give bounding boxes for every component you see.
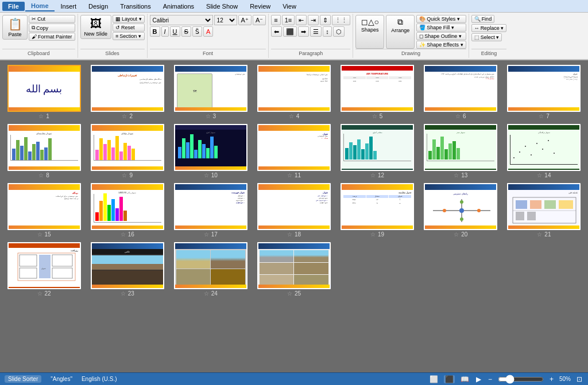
slide-thumb-15[interactable]: دیدگاه متن توضیحی برای این اسلاید در چند… xyxy=(7,183,81,230)
slide-thumb-20[interactable]: راه‌های دسترسی xyxy=(424,183,497,230)
list-item[interactable]: ☆ 24 xyxy=(171,242,250,297)
file-tab[interactable]: File xyxy=(2,2,25,11)
star-icon-4[interactable]: ☆ xyxy=(289,113,294,119)
star-icon-6[interactable]: ☆ xyxy=(455,113,461,119)
select-button[interactable]: ⬚ Select ▾ xyxy=(471,33,502,41)
star-icon-10[interactable]: ☆ xyxy=(204,172,209,178)
slide-thumb-11[interactable]: عنوان متن توضیحی تعداد: ۱۰ xyxy=(257,124,331,171)
star-icon-16[interactable]: ☆ xyxy=(121,231,126,238)
align-center-button[interactable]: ⬛ xyxy=(283,26,297,37)
list-item[interactable]: نمودار پراکندگی xyxy=(505,124,583,178)
star-icon-12[interactable]: ☆ xyxy=(370,172,376,178)
list-item[interactable]: عنوان فهرست • مورد اول • مورد دوم • مورد… xyxy=(171,183,250,238)
list-item[interactable]: عنوان متن توضیحی بسیار مفصل که شامل اطلا… xyxy=(505,65,583,119)
slide-thumb-1[interactable]: بسم الله xyxy=(7,65,81,112)
reading-view-button[interactable]: 📖 xyxy=(459,375,470,383)
section-button[interactable]: ≡ Section ▾ xyxy=(113,32,145,40)
star-icon-23[interactable]: ☆ xyxy=(121,290,126,297)
slide-thumb-7[interactable]: عنوان متن توضیحی بسیار مفصل که شامل اطلا… xyxy=(507,65,581,112)
decrease-font-button[interactable]: A⁻ xyxy=(253,15,266,25)
zoom-out-button[interactable]: − xyxy=(487,375,493,383)
find-button[interactable]: 🔍 Find xyxy=(471,15,495,23)
shapes-button[interactable]: ◻△○ Shapes xyxy=(355,15,384,49)
underline-button[interactable]: U xyxy=(170,26,180,37)
star-icon-8[interactable]: ☆ xyxy=(38,172,44,178)
list-item[interactable]: مقادیر آماری xyxy=(338,124,417,178)
star-icon-21[interactable]: ☆ xyxy=(537,231,542,238)
list-item[interactable]: نمودار مقایسه‌ای xyxy=(5,124,83,178)
star-icon-22[interactable]: ☆ xyxy=(37,290,42,297)
tab-animations[interactable]: Animations xyxy=(157,2,200,11)
star-icon-24[interactable]: ☆ xyxy=(204,290,209,297)
tab-review[interactable]: Review xyxy=(244,2,276,11)
font-size-select[interactable]: 121418 xyxy=(214,15,237,25)
slide-thumb-2[interactable]: تغییرات ارتباطی دیدگاه‌های مختلف کارشناس… xyxy=(91,65,164,112)
list-item[interactable]: متن مفصل در این اسلاید قرار دارد که شامل… xyxy=(421,65,500,119)
slide-thumb-5[interactable]: AIR TEMPERATURE Col1 Col2 Col3 Data Data… xyxy=(341,65,414,112)
slide-thumb-16[interactable]: نمودار رنگی LANDUSE xyxy=(91,183,164,230)
shape-outline-button[interactable]: ◻ Shape Outline ▾ xyxy=(416,32,466,40)
normal-view-button[interactable]: ⬜ xyxy=(428,375,439,383)
slide-sorter-tab[interactable]: Slide Sorter xyxy=(5,375,41,383)
align-left-button[interactable]: ⬅ xyxy=(271,26,282,37)
slideshow-view-button[interactable]: ▶ xyxy=(475,375,482,383)
slide-thumb-23[interactable]: عکس xyxy=(91,242,164,289)
shape-fill-button[interactable]: 🪣 Shape Fill ▾ xyxy=(416,24,466,32)
list-item[interactable]: نقشه فنی xyxy=(505,183,583,238)
italic-button[interactable]: I xyxy=(161,26,169,37)
new-slide-button[interactable]: 🖼 New Slide xyxy=(80,15,112,39)
reset-button[interactable]: ↺ Reset xyxy=(113,24,145,32)
tab-transitions[interactable]: Transitions xyxy=(114,2,156,11)
slide-sorter-view-button[interactable]: ⬛ xyxy=(444,375,455,383)
cut-button[interactable]: ✂ Cut xyxy=(29,15,75,23)
quick-styles-button[interactable]: 🎨 Quick Styles ▾ xyxy=(416,15,466,23)
line-spacing-button[interactable]: ↕ xyxy=(323,26,332,37)
star-icon-14[interactable]: ☆ xyxy=(537,172,542,178)
text-direction-button[interactable]: ⇕ xyxy=(320,15,331,25)
list-item[interactable]: دیدگاه متن توضیحی برای این اسلاید در چند… xyxy=(5,183,83,238)
slide-thumb-3[interactable]: 🗺 متن توضیحی xyxy=(174,65,247,112)
decrease-indent-button[interactable]: ⇤ xyxy=(296,15,307,25)
angles-tab[interactable]: "Angles" xyxy=(51,376,72,382)
slide-thumb-18[interactable]: عنوان • مورد اول متن مورد دوم متن • مورد… xyxy=(257,183,331,230)
bold-button[interactable]: B xyxy=(150,26,160,37)
star-icon-18[interactable]: ☆ xyxy=(287,231,292,238)
slide-thumb-17[interactable]: عنوان فهرست • مورد اول • مورد دوم • مورد… xyxy=(174,183,247,230)
slide-thumb-9[interactable]: نمودار میله‌ای xyxy=(91,124,164,171)
slide-thumb-24[interactable] xyxy=(174,242,247,289)
slide-thumb-10[interactable]: نمودار آماری xyxy=(174,124,247,171)
star-icon-17[interactable]: ☆ xyxy=(204,231,209,238)
numbering-button[interactable]: 1≡ xyxy=(282,15,295,25)
justify-button[interactable]: ☰ xyxy=(310,26,322,37)
slide-thumb-4[interactable]: متن اصلی توضیحات در اینجا خط دوم خط سوم xyxy=(257,65,331,112)
star-icon-13[interactable]: ☆ xyxy=(454,172,459,178)
star-icon-15[interactable]: ☆ xyxy=(37,231,42,238)
list-item[interactable]: نمودار میله‌ای xyxy=(88,124,167,178)
star-icon-20[interactable]: ☆ xyxy=(454,231,459,238)
zoom-in-button[interactable]: + xyxy=(548,375,555,383)
slide-thumb-21[interactable]: نقشه فنی xyxy=(507,183,581,230)
list-item[interactable]: 🗺 متن توضیحی ☆ 3 xyxy=(171,65,250,119)
star-icon-5[interactable]: ☆ xyxy=(372,113,377,119)
fit-window-button[interactable]: ⊡ xyxy=(575,375,583,383)
list-item[interactable]: AIR TEMPERATURE Col1 Col2 Col3 Data Data… xyxy=(338,65,417,119)
list-item[interactable]: عکس ☆ 23 xyxy=(88,242,167,297)
star-icon-11[interactable]: ☆ xyxy=(287,172,292,178)
list-item[interactable]: عنوان متن توضیحی تعداد: ۱۰ ☆ 11 xyxy=(254,124,333,178)
font-color-button[interactable]: A xyxy=(203,26,213,37)
paste-button[interactable]: 📋 Paste xyxy=(2,15,28,40)
smartart-button[interactable]: ⬡ xyxy=(333,26,345,37)
font-family-select[interactable]: CalibriArial xyxy=(150,15,213,25)
tab-home[interactable]: Home xyxy=(25,1,55,11)
zoom-slider[interactable] xyxy=(498,375,544,384)
list-item[interactable]: متن اصلی توضیحات در اینجا خط دوم خط سوم … xyxy=(254,65,333,119)
format-painter-button[interactable]: 🖌 Format Painter xyxy=(29,33,75,41)
list-item[interactable]: جدول مقایسه عنوان مقدار درصد آ ۱۲ ۴۵٪ ب … xyxy=(338,183,417,238)
tab-view[interactable]: View xyxy=(277,2,302,11)
list-item[interactable]: تغییرات ارتباطی دیدگاه‌های مختلف کارشناس… xyxy=(88,65,167,119)
layout-button[interactable]: ▦ Layout ▾ xyxy=(113,15,145,23)
slide-thumb-14[interactable]: نمودار پراکندگی xyxy=(507,124,581,171)
star-icon-2[interactable]: ☆ xyxy=(122,113,127,119)
shape-effects-button[interactable]: ✨ Shape Effects ▾ xyxy=(416,41,466,49)
star-icon-19[interactable]: ☆ xyxy=(370,231,376,238)
